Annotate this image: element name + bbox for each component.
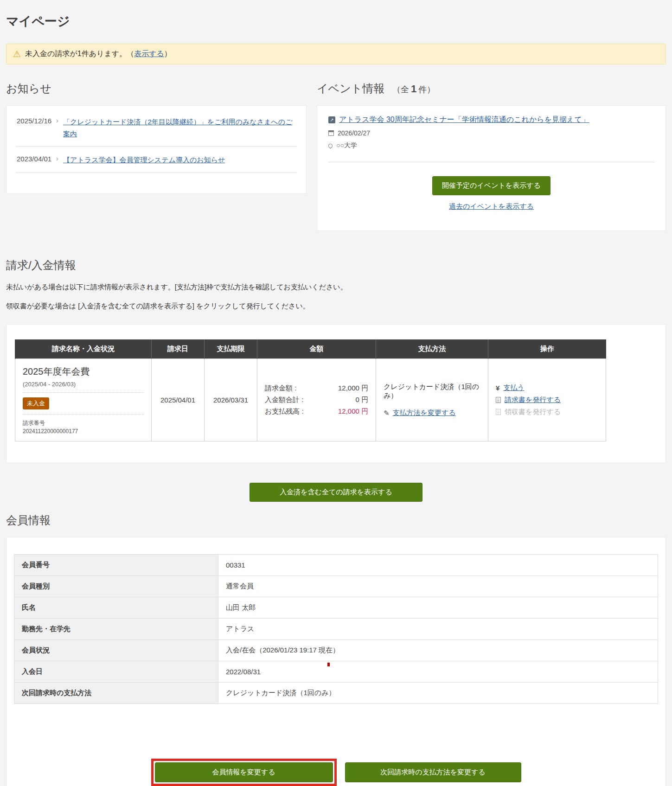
billed-amount-value: 12,000 円	[338, 384, 368, 393]
member-field-label: 会員種別	[14, 576, 218, 597]
bill-date-cell: 2025/04/01	[152, 359, 205, 441]
member-field-value: 入会/在会（2026/01/23 19:17 現在）	[218, 640, 658, 661]
events-count: （全1件）	[392, 85, 435, 94]
member-row: 勤務先・在学先 アトラス	[14, 619, 658, 640]
invoice-name-cell: 2025年度年会費 (2025/04 - 2026/03) 未入金 請求番号 2…	[15, 359, 152, 441]
member-row: 会員状況 入会/在会（2026/01/23 19:17 現在）	[14, 640, 658, 661]
member-field-value: 通常会員	[218, 576, 658, 597]
member-field-label: 入会日	[14, 661, 218, 683]
paid-amount-value: 0 円	[355, 396, 368, 404]
show-past-events-link[interactable]: 過去のイベントを表示する	[449, 202, 534, 211]
events-count-suffix: 件）	[418, 85, 435, 94]
status-badge-row: 未入金	[23, 393, 144, 415]
notice-link[interactable]: 【アトラス学会】会員管理システム導入のお知らせ	[63, 154, 225, 166]
events-count-prefix: （全	[392, 85, 409, 94]
header-bill-date: 請求日	[152, 339, 205, 359]
member-buttons: 会員情報を変更する 次回請求時の支払方法を変更する	[14, 759, 658, 786]
member-field-value: 00331	[218, 555, 658, 576]
member-field-label: 次回請求時の支払方法	[14, 683, 218, 704]
calendar-icon	[328, 130, 334, 136]
notices-section: お知らせ 2025/12/16 › 「クレジットカード決済（2年目以降継続）」を…	[6, 81, 307, 194]
warning-text-before: 未入金の請求が1件あります。（	[25, 50, 134, 58]
header-due-date: 支払期限	[205, 339, 257, 359]
billing-heading: 請求/入金情報	[6, 258, 666, 273]
warning-text-after: ）	[164, 50, 172, 58]
issue-receipt-link-disabled: 領収書を発行する	[505, 408, 561, 416]
member-field-value: アトラス	[218, 619, 658, 640]
payment-method-text: クレジットカード決済（1回のみ）	[384, 383, 480, 400]
events-count-number: 1	[411, 83, 416, 95]
edit-member-info-button[interactable]: 会員情報を変更する	[155, 762, 333, 782]
show-all-wrap: 入金済を含む全ての請求を表示する	[6, 483, 666, 502]
yen-icon: ¥	[496, 384, 499, 392]
notices-heading: お知らせ	[6, 81, 307, 96]
invoice-name: 2025年度年会費	[23, 365, 144, 378]
pay-link[interactable]: 支払う	[503, 383, 524, 392]
member-field-value: 2022/08/31	[218, 661, 658, 683]
chevron-right-icon: ›	[56, 116, 58, 124]
member-section: 会員情報 会員番号 00331 会員種別 通常会員 氏名 山田 太郎	[6, 513, 666, 786]
change-next-payment-button[interactable]: 次回請求時の支払方法を変更する	[345, 762, 521, 782]
event-place-row: ○○大学	[328, 141, 654, 150]
event-date: 2026/02/27	[338, 129, 370, 137]
events-heading: イベント情報 （全1件）	[317, 81, 666, 96]
billing-table-header-row: 請求名称・入金状況 請求日 支払期限 金額 支払方法 操作	[15, 339, 606, 359]
top-columns: お知らせ 2025/12/16 › 「クレジットカード決済（2年目以降継続）」を…	[6, 81, 666, 231]
page-title: マイページ	[6, 13, 666, 30]
member-row: 会員番号 00331	[14, 555, 658, 576]
billing-table-row: 2025年度年会費 (2025/04 - 2026/03) 未入金 請求番号 2…	[15, 359, 606, 441]
event-date-row: 2026/02/27	[328, 129, 654, 137]
invoice-number-label: 請求番号	[23, 419, 144, 427]
change-payment-method-link[interactable]: 支払方法を変更する	[393, 409, 456, 417]
member-field-label: 氏名	[14, 597, 218, 619]
notice-item: 2023/04/01 › 【アトラス学会】会員管理システム導入のお知らせ	[16, 147, 297, 173]
warning-text: 未入金の請求が1件あります。（表示する）	[25, 49, 172, 59]
divider	[328, 162, 654, 162]
balance-line: お支払残高 : 12,000 円	[265, 406, 368, 417]
billing-card: 請求名称・入金状況 請求日 支払期限 金額 支払方法 操作 2025年度年会費 …	[6, 324, 666, 463]
due-date-cell: 2026/03/31	[205, 359, 257, 441]
notice-item: 2025/12/16 › 「クレジットカード決済（2年目以降継続）」をご利用のみ…	[16, 109, 297, 147]
show-all-invoices-button[interactable]: 入金済を含む全ての請求を表示する	[250, 483, 422, 502]
events-card: ↗ アトラス学会 30周年記念セミナー「学術情報流通のこれからを見据えて」 20…	[317, 105, 666, 231]
event-item: ↗ アトラス学会 30周年記念セミナー「学術情報流通のこれからを見据えて」	[328, 115, 654, 125]
show-unpaid-link[interactable]: 表示する	[134, 50, 164, 58]
member-field-label: 勤務先・在学先	[14, 619, 218, 640]
member-row: 入会日 2022/08/31	[14, 661, 658, 683]
document-icon	[496, 409, 501, 415]
invoice-action: 請求書を発行する	[496, 396, 598, 404]
invoice-number: 202411220000000177	[23, 428, 144, 435]
member-heading: 会員情報	[6, 513, 666, 528]
page: マイページ ⚠ 未入金の請求が1件あります。（表示する） お知らせ 2025/1…	[0, 0, 672, 786]
balance-label: お支払残高 :	[265, 407, 304, 416]
chevron-right-icon: ›	[56, 154, 58, 162]
issue-invoice-link[interactable]: 請求書を発行する	[505, 396, 561, 404]
header-actions: 操作	[488, 339, 606, 359]
event-actions: 開催予定のイベントを表示する 過去のイベントを表示する	[328, 176, 654, 211]
document-icon	[496, 397, 501, 403]
warning-icon: ⚠	[13, 50, 21, 58]
billing-table: 請求名称・入金状況 請求日 支払期限 金額 支払方法 操作 2025年度年会費 …	[15, 339, 606, 441]
actions-cell: ¥ 支払う 請求書を発行する 領収書を発行する	[488, 359, 606, 441]
member-field-label: 会員状況	[14, 640, 218, 661]
paid-amount-line: 入金額合計 : 0 円	[265, 394, 368, 406]
header-payment-method: 支払方法	[376, 339, 488, 359]
member-table: 会員番号 00331 会員種別 通常会員 氏名 山田 太郎 勤務先・在学先 アト…	[14, 554, 658, 704]
billing-description-1: 未払いがある場合は以下に請求情報が表示されます。[支払方法]枠で支払方法を確認し…	[6, 282, 666, 293]
receipt-action-disabled: 領収書を発行する	[496, 408, 598, 416]
events-heading-label: イベント情報	[317, 82, 384, 95]
highlight-box: 会員情報を変更する	[151, 759, 337, 786]
amounts: 請求金額 : 12,000 円 入金額合計 : 0 円 お支払残高 : 12,0…	[265, 383, 368, 417]
invoice-period: (2025/04 - 2026/03)	[23, 381, 144, 393]
event-title-link[interactable]: アトラス学会 30周年記念セミナー「学術情報流通のこれからを見据えて」	[339, 115, 589, 125]
member-field-value: 山田 太郎	[218, 597, 658, 619]
change-payment-row: ✎ 支払方法を変更する	[384, 409, 480, 417]
show-upcoming-events-button[interactable]: 開催予定のイベントを表示する	[432, 176, 550, 195]
header-invoice-name: 請求名称・入金状況	[15, 339, 152, 359]
member-field-label: 会員番号	[14, 555, 218, 576]
notice-link[interactable]: 「クレジットカード決済（2年目以降継続）」をご利用のみなさまへのご案内	[63, 116, 296, 140]
member-row: 氏名 山田 太郎	[14, 597, 658, 619]
pay-action: ¥ 支払う	[496, 383, 598, 392]
billing-description-2: 領収書が必要な場合は [入金済を含む全ての請求を表示する] をクリックして発行し…	[6, 301, 666, 312]
external-link-icon: ↗	[328, 116, 335, 123]
